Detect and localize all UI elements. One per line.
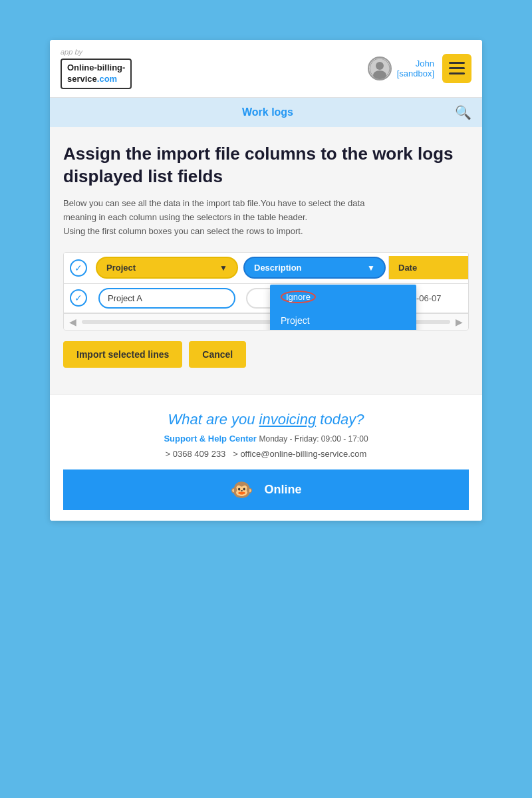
logo-text1: Online-billing-: [67, 63, 125, 72]
project-data-cell: [93, 284, 241, 313]
avatar: [368, 57, 392, 80]
phone-number: > 0368 409 233: [166, 449, 226, 459]
project-chevron-icon: ▼: [219, 263, 227, 273]
user-name-block: John [sandbox]: [397, 59, 434, 78]
footer-promo: What are you invoicing today? Support & …: [50, 394, 482, 521]
header-right: John [sandbox]: [368, 54, 471, 83]
chat-mascot-icon: 🐵: [230, 479, 253, 501]
row-check-col: ✓: [64, 284, 93, 312]
hamburger-menu-button[interactable]: [442, 54, 471, 83]
user-info: John [sandbox]: [368, 57, 434, 80]
logo-com: .com: [97, 74, 117, 84]
main-card: app by Online-billing- service.com John …: [50, 40, 482, 521]
cancel-button[interactable]: Cancel: [189, 341, 246, 368]
dropdown-project-label: Project: [281, 315, 310, 326]
project-value-input[interactable]: [98, 288, 235, 309]
app-by-label: app by: [61, 48, 132, 56]
row-checkbox[interactable]: ✓: [70, 289, 87, 307]
scroll-left-icon[interactable]: ◀: [69, 317, 76, 327]
hamburger-line-3: [449, 72, 465, 74]
import-table: ✓ Project ▼ Description ▼: [63, 252, 469, 331]
navbar-title: Work logs: [80, 106, 455, 118]
page-title: Assign the import file columns to the wo…: [63, 143, 469, 188]
dropdown-item-ignore[interactable]: Ignore: [270, 285, 416, 309]
project-column-select: Project ▼: [93, 254, 241, 281]
hamburger-line-2: [449, 67, 465, 69]
description-select-button[interactable]: Description ▼: [243, 257, 386, 279]
email-address: > office@online-billing-service.com: [233, 449, 366, 459]
support-line: Support & Help Center Monday - Friday: 0…: [63, 434, 469, 444]
navbar: Work logs 🔍: [50, 98, 482, 127]
table-header-row: ✓ Project ▼ Description ▼: [64, 253, 468, 284]
description-column-select: Description ▼ Ignore Project Description: [241, 254, 388, 281]
online-label: Online: [264, 483, 301, 497]
hamburger-line-1: [449, 62, 465, 64]
project-select-button[interactable]: Project ▼: [96, 257, 238, 279]
user-sandbox: [sandbox]: [397, 68, 434, 78]
support-hours: Monday - Friday: 09:00 - 17:00: [259, 434, 368, 444]
search-button[interactable]: 🔍: [455, 104, 471, 120]
logo-area: app by Online-billing- service.com: [61, 48, 132, 89]
description-select-label: Description: [254, 263, 302, 273]
date-column-header: Date: [388, 256, 468, 279]
import-selected-button[interactable]: Import selected lines: [63, 341, 182, 368]
svg-point-1: [376, 62, 384, 70]
select-all-checkbox[interactable]: ✓: [70, 259, 87, 277]
scroll-right-icon[interactable]: ▶: [456, 317, 463, 327]
online-chat-bar[interactable]: 🐵 Online: [63, 469, 469, 510]
page-description: Below you can see all the data in the im…: [63, 197, 469, 238]
column-dropdown: Ignore Project Description Date Person e: [270, 285, 416, 331]
main-content: Assign the import file columns to the wo…: [50, 127, 482, 394]
action-row: Import selected lines Cancel: [63, 341, 469, 381]
logo: Online-billing- service.com: [61, 59, 132, 89]
site-header: app by Online-billing- service.com John …: [50, 40, 482, 98]
contact-line: > 0368 409 233 > office@online-billing-s…: [63, 449, 469, 459]
ignore-circle-label: Ignore: [281, 291, 316, 303]
user-name: John: [397, 59, 434, 68]
description-chevron-icon: ▼: [367, 263, 375, 273]
logo-text2: service: [67, 74, 97, 84]
promo-title: What are you invoicing today?: [63, 411, 469, 428]
support-label: Support & Help Center: [164, 434, 256, 444]
project-select-label: Project: [106, 263, 136, 273]
header-check-col: ✓: [64, 253, 93, 283]
dropdown-item-project[interactable]: Project: [270, 309, 416, 331]
